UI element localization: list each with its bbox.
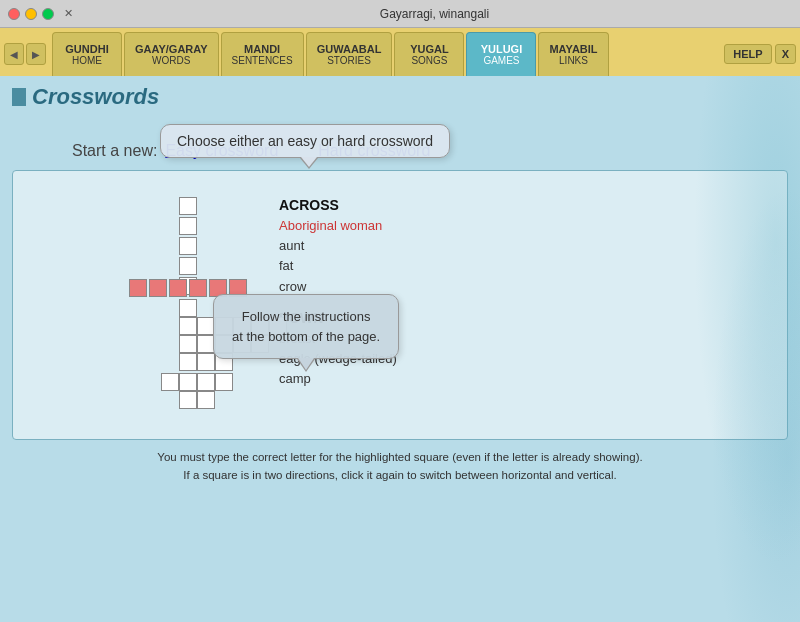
grid-cell[interactable]: [161, 373, 179, 391]
grid-cell-highlighted[interactable]: [189, 279, 207, 297]
window-title: Gayarragi, winangali: [77, 7, 792, 21]
grid-cell[interactable]: [179, 197, 197, 215]
page-title: Crosswords: [32, 84, 159, 110]
start-label: Start a new:: [72, 142, 157, 160]
title-accent-square: [12, 88, 26, 106]
grid-cell-highlighted[interactable]: [129, 279, 147, 297]
window-buttons: [8, 8, 54, 20]
main-area: Crosswords Choose either an easy or hard…: [0, 76, 800, 622]
grid-cell-highlighted[interactable]: [169, 279, 187, 297]
grid-cell[interactable]: [179, 391, 197, 409]
help-button[interactable]: HELP: [724, 44, 771, 64]
clue-down-3[interactable]: camp: [279, 370, 771, 388]
grid-cell[interactable]: [215, 373, 233, 391]
grid-cell[interactable]: [197, 391, 215, 409]
bottom-instruction-line2: If a square is in two directions, click …: [12, 466, 788, 484]
tab-gundhi[interactable]: GUNDHI HOME: [52, 32, 122, 76]
grid-cell[interactable]: [179, 353, 197, 371]
tab-yugal[interactable]: YUGAL SONGS: [394, 32, 464, 76]
across-heading: ACROSS: [279, 197, 771, 213]
grid-cell[interactable]: [179, 217, 197, 235]
across-section: ACROSS Aboriginal woman aunt fat crow: [279, 197, 771, 296]
nav-help-area: HELP X: [724, 32, 796, 76]
clue-across-3[interactable]: fat: [279, 257, 771, 275]
clue-across-2[interactable]: aunt: [279, 237, 771, 255]
tooltip-bubble: Choose either an easy or hard crossword: [160, 124, 450, 158]
bottom-instruction-line1: You must type the correct letter for the…: [12, 448, 788, 466]
grid-cell-highlighted[interactable]: [149, 279, 167, 297]
tab-guwaabal[interactable]: GUWAABAL STORIES: [306, 32, 393, 76]
bottom-instructions: You must type the correct letter for the…: [12, 448, 788, 485]
grid-cell[interactable]: [179, 257, 197, 275]
instruction-line2: at the bottom of the page.: [232, 329, 380, 344]
grid-cell[interactable]: [179, 237, 197, 255]
nav-bar: ◀ ▶ GUNDHI HOME GAAY/GARAY WORDS MANDI S…: [0, 28, 800, 76]
page-title-row: Crosswords: [12, 84, 788, 110]
nav-arrows: ◀ ▶: [4, 32, 46, 76]
grid-cell[interactable]: [197, 353, 215, 371]
close-button[interactable]: X: [775, 44, 796, 64]
instruction-line1: Follow the instructions: [242, 309, 371, 324]
tooltip-text: Choose either an easy or hard crossword: [177, 133, 433, 149]
grid-cell[interactable]: [197, 373, 215, 391]
content-box: ACROSS Aboriginal woman aunt fat crow DO…: [12, 170, 788, 440]
clue-across-1[interactable]: Aboriginal woman: [279, 217, 771, 235]
minimize-window-btn[interactable]: [25, 8, 37, 20]
instruction-bubble: Follow the instructions at the bottom of…: [213, 294, 399, 359]
maximize-window-btn[interactable]: [42, 8, 54, 20]
tab-gaay-garay[interactable]: GAAY/GARAY WORDS: [124, 32, 219, 76]
grid-cell[interactable]: [179, 317, 197, 335]
title-x-icon: ✕: [64, 7, 73, 20]
title-bar: ✕ Gayarragi, winangali: [0, 0, 800, 28]
close-window-btn[interactable]: [8, 8, 20, 20]
grid-cell[interactable]: [179, 299, 197, 317]
tab-mandi[interactable]: MANDI SENTENCES: [221, 32, 304, 76]
back-arrow[interactable]: ◀: [4, 43, 24, 65]
tab-mayabil[interactable]: MAYABIL LINKS: [538, 32, 608, 76]
tab-yulugi[interactable]: YULUGI GAMES: [466, 32, 536, 76]
grid-cell[interactable]: [179, 335, 197, 353]
forward-arrow[interactable]: ▶: [26, 43, 46, 65]
grid-cell[interactable]: [179, 373, 197, 391]
